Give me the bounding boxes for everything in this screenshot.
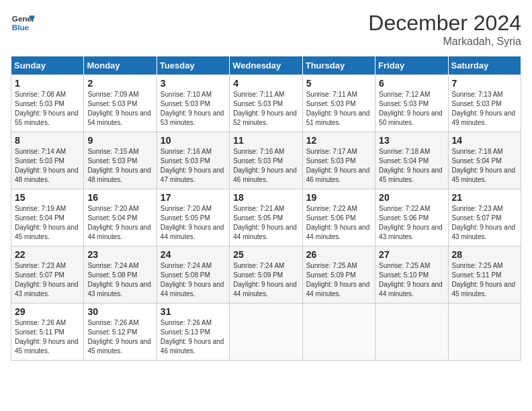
- day-cell: 24Sunrise: 7:24 AMSunset: 5:08 PMDayligh…: [157, 246, 229, 304]
- day-cell: 8Sunrise: 7:14 AMSunset: 5:03 PMDaylight…: [11, 132, 84, 189]
- day-detail: Sunrise: 7:22 AMSunset: 5:06 PMDaylight:…: [379, 204, 444, 242]
- week-row-3: 15Sunrise: 7:19 AMSunset: 5:04 PMDayligh…: [11, 189, 521, 246]
- week-row-5: 29Sunrise: 7:26 AMSunset: 5:11 PMDayligh…: [11, 304, 521, 361]
- day-detail: Sunrise: 7:26 AMSunset: 5:11 PMDaylight:…: [15, 318, 80, 356]
- day-detail: Sunrise: 7:23 AMSunset: 5:07 PMDaylight:…: [15, 261, 80, 299]
- day-cell: 21Sunrise: 7:23 AMSunset: 5:07 PMDayligh…: [448, 189, 521, 246]
- day-number: 11: [233, 135, 298, 146]
- day-detail: Sunrise: 7:25 AMSunset: 5:11 PMDaylight:…: [452, 261, 517, 299]
- day-detail: Sunrise: 7:16 AMSunset: 5:03 PMDaylight:…: [233, 147, 298, 185]
- day-number: 30: [87, 306, 152, 317]
- col-header-wednesday: Wednesday: [230, 56, 302, 75]
- day-cell: 22Sunrise: 7:23 AMSunset: 5:07 PMDayligh…: [11, 246, 84, 304]
- day-number: 2: [87, 78, 152, 89]
- day-cell: 13Sunrise: 7:18 AMSunset: 5:04 PMDayligh…: [375, 132, 448, 189]
- day-detail: Sunrise: 7:24 AMSunset: 5:08 PMDaylight:…: [161, 261, 226, 299]
- day-number: 25: [233, 249, 298, 260]
- day-detail: Sunrise: 7:18 AMSunset: 5:04 PMDaylight:…: [452, 147, 517, 185]
- day-number: 4: [233, 78, 298, 89]
- day-cell: 29Sunrise: 7:26 AMSunset: 5:11 PMDayligh…: [11, 304, 84, 361]
- day-number: 18: [233, 192, 298, 203]
- day-detail: Sunrise: 7:15 AMSunset: 5:03 PMDaylight:…: [87, 147, 152, 185]
- day-cell: 9Sunrise: 7:15 AMSunset: 5:03 PMDaylight…: [84, 132, 157, 189]
- day-cell: [230, 304, 302, 361]
- day-detail: Sunrise: 7:22 AMSunset: 5:06 PMDaylight:…: [306, 204, 371, 242]
- day-number: 26: [306, 249, 371, 260]
- week-row-1: 1Sunrise: 7:08 AMSunset: 5:03 PMDaylight…: [11, 75, 521, 132]
- day-cell: 30Sunrise: 7:26 AMSunset: 5:12 PMDayligh…: [84, 304, 157, 361]
- day-cell: 12Sunrise: 7:17 AMSunset: 5:03 PMDayligh…: [302, 132, 375, 189]
- day-detail: Sunrise: 7:19 AMSunset: 5:04 PMDaylight:…: [15, 204, 80, 242]
- day-cell: 26Sunrise: 7:25 AMSunset: 5:09 PMDayligh…: [302, 246, 375, 304]
- day-cell: 20Sunrise: 7:22 AMSunset: 5:06 PMDayligh…: [375, 189, 448, 246]
- logo-icon: General Blue: [11, 11, 35, 35]
- day-number: 8: [15, 135, 80, 146]
- day-number: 15: [15, 192, 80, 203]
- title-block: December 2024 Markadah, Syria: [368, 11, 521, 48]
- day-cell: 18Sunrise: 7:21 AMSunset: 5:05 PMDayligh…: [230, 189, 302, 246]
- day-detail: Sunrise: 7:20 AMSunset: 5:04 PMDaylight:…: [87, 204, 152, 242]
- day-detail: Sunrise: 7:09 AMSunset: 5:03 PMDaylight:…: [87, 90, 152, 128]
- col-header-sunday: Sunday: [11, 56, 84, 75]
- col-header-saturday: Saturday: [448, 56, 521, 75]
- day-number: 17: [161, 192, 226, 203]
- day-number: 7: [452, 78, 517, 89]
- day-cell: 15Sunrise: 7:19 AMSunset: 5:04 PMDayligh…: [11, 189, 84, 246]
- day-number: 27: [379, 249, 444, 260]
- day-cell: 17Sunrise: 7:20 AMSunset: 5:05 PMDayligh…: [157, 189, 229, 246]
- day-detail: Sunrise: 7:18 AMSunset: 5:04 PMDaylight:…: [379, 147, 444, 185]
- day-detail: Sunrise: 7:14 AMSunset: 5:03 PMDaylight:…: [15, 147, 80, 185]
- day-detail: Sunrise: 7:11 AMSunset: 5:03 PMDaylight:…: [233, 90, 298, 128]
- day-detail: Sunrise: 7:21 AMSunset: 5:05 PMDaylight:…: [233, 204, 298, 242]
- day-cell: 19Sunrise: 7:22 AMSunset: 5:06 PMDayligh…: [302, 189, 375, 246]
- day-detail: Sunrise: 7:17 AMSunset: 5:03 PMDaylight:…: [306, 147, 371, 185]
- day-detail: Sunrise: 7:08 AMSunset: 5:03 PMDaylight:…: [15, 90, 80, 128]
- day-number: 3: [161, 78, 226, 89]
- day-cell: 2Sunrise: 7:09 AMSunset: 5:03 PMDaylight…: [84, 75, 157, 132]
- day-cell: 4Sunrise: 7:11 AMSunset: 5:03 PMDaylight…: [230, 75, 302, 132]
- week-row-4: 22Sunrise: 7:23 AMSunset: 5:07 PMDayligh…: [11, 246, 521, 304]
- col-header-monday: Monday: [84, 56, 157, 75]
- day-cell: 7Sunrise: 7:13 AMSunset: 5:03 PMDaylight…: [448, 75, 521, 132]
- day-cell: [375, 304, 448, 361]
- day-detail: Sunrise: 7:16 AMSunset: 5:03 PMDaylight:…: [161, 147, 226, 185]
- day-detail: Sunrise: 7:24 AMSunset: 5:08 PMDaylight:…: [87, 261, 152, 299]
- day-number: 28: [452, 249, 517, 260]
- day-number: 9: [87, 135, 152, 146]
- day-number: 20: [379, 192, 444, 203]
- day-detail: Sunrise: 7:25 AMSunset: 5:09 PMDaylight:…: [306, 261, 371, 299]
- day-cell: 27Sunrise: 7:25 AMSunset: 5:10 PMDayligh…: [375, 246, 448, 304]
- day-number: 16: [87, 192, 152, 203]
- week-row-2: 8Sunrise: 7:14 AMSunset: 5:03 PMDaylight…: [11, 132, 521, 189]
- col-header-friday: Friday: [375, 56, 448, 75]
- day-detail: Sunrise: 7:23 AMSunset: 5:07 PMDaylight:…: [452, 204, 517, 242]
- day-detail: Sunrise: 7:10 AMSunset: 5:03 PMDaylight:…: [161, 90, 226, 128]
- day-cell: 23Sunrise: 7:24 AMSunset: 5:08 PMDayligh…: [84, 246, 157, 304]
- day-detail: Sunrise: 7:24 AMSunset: 5:09 PMDaylight:…: [233, 261, 298, 299]
- day-detail: Sunrise: 7:26 AMSunset: 5:12 PMDaylight:…: [87, 318, 152, 356]
- day-cell: [448, 304, 521, 361]
- col-header-tuesday: Tuesday: [157, 56, 229, 75]
- day-number: 6: [379, 78, 444, 89]
- day-cell: 14Sunrise: 7:18 AMSunset: 5:04 PMDayligh…: [448, 132, 521, 189]
- day-cell: 11Sunrise: 7:16 AMSunset: 5:03 PMDayligh…: [230, 132, 302, 189]
- day-number: 12: [306, 135, 371, 146]
- day-cell: 16Sunrise: 7:20 AMSunset: 5:04 PMDayligh…: [84, 189, 157, 246]
- day-cell: 25Sunrise: 7:24 AMSunset: 5:09 PMDayligh…: [230, 246, 302, 304]
- day-cell: 3Sunrise: 7:10 AMSunset: 5:03 PMDaylight…: [157, 75, 229, 132]
- day-number: 19: [306, 192, 371, 203]
- day-number: 31: [161, 306, 226, 317]
- day-number: 1: [15, 78, 80, 89]
- day-cell: 10Sunrise: 7:16 AMSunset: 5:03 PMDayligh…: [157, 132, 229, 189]
- day-detail: Sunrise: 7:20 AMSunset: 5:05 PMDaylight:…: [161, 204, 226, 242]
- day-number: 22: [15, 249, 80, 260]
- day-cell: 31Sunrise: 7:26 AMSunset: 5:13 PMDayligh…: [157, 304, 229, 361]
- day-number: 5: [306, 78, 371, 89]
- day-number: 29: [15, 306, 80, 317]
- day-cell: 5Sunrise: 7:11 AMSunset: 5:03 PMDaylight…: [302, 75, 375, 132]
- day-detail: Sunrise: 7:11 AMSunset: 5:03 PMDaylight:…: [306, 90, 371, 128]
- month-title: December 2024: [368, 11, 521, 36]
- day-number: 13: [379, 135, 444, 146]
- logo: General Blue: [11, 11, 35, 35]
- page-header: General Blue December 2024 Markadah, Syr…: [11, 11, 521, 48]
